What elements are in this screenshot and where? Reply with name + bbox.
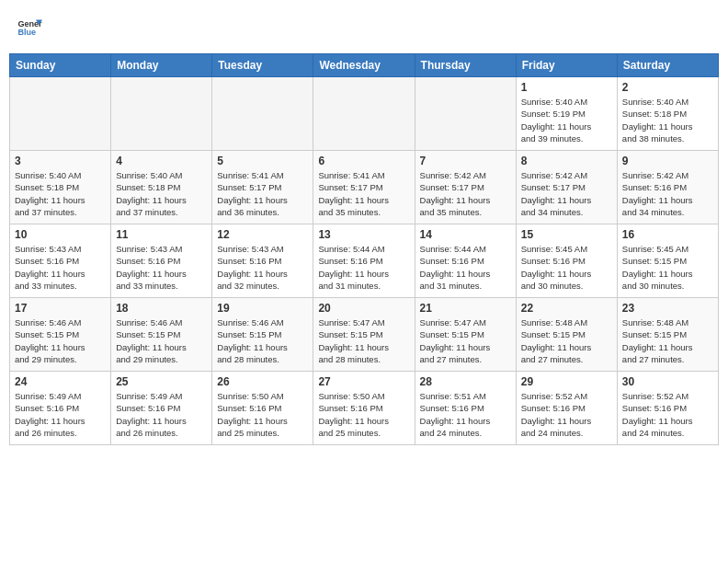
calendar-cell: 26Sunrise: 5:50 AM Sunset: 5:16 PM Dayli… xyxy=(212,372,313,445)
day-info: Sunrise: 5:47 AM Sunset: 5:15 PM Dayligh… xyxy=(318,316,409,365)
day-number: 25 xyxy=(116,375,207,388)
calendar-cell: 7Sunrise: 5:42 AM Sunset: 5:17 PM Daylig… xyxy=(415,151,516,224)
day-number: 27 xyxy=(318,375,409,388)
logo: General Blue xyxy=(17,15,42,40)
calendar-cell: 12Sunrise: 5:43 AM Sunset: 5:16 PM Dayli… xyxy=(212,224,313,298)
weekday-header-monday: Monday xyxy=(111,54,212,77)
day-info: Sunrise: 5:49 AM Sunset: 5:16 PM Dayligh… xyxy=(116,390,207,439)
day-number: 30 xyxy=(622,375,713,388)
day-info: Sunrise: 5:46 AM Sunset: 5:15 PM Dayligh… xyxy=(217,316,308,365)
calendar-week-1: 1Sunrise: 5:40 AM Sunset: 5:19 PM Daylig… xyxy=(10,77,719,151)
calendar-cell: 30Sunrise: 5:52 AM Sunset: 5:16 PM Dayli… xyxy=(617,372,718,445)
calendar-cell: 11Sunrise: 5:43 AM Sunset: 5:16 PM Dayli… xyxy=(111,224,212,298)
calendar-cell: 22Sunrise: 5:48 AM Sunset: 5:15 PM Dayli… xyxy=(516,298,617,372)
day-number: 26 xyxy=(217,375,308,388)
day-info: Sunrise: 5:49 AM Sunset: 5:16 PM Dayligh… xyxy=(15,390,106,439)
calendar-week-4: 17Sunrise: 5:46 AM Sunset: 5:15 PM Dayli… xyxy=(10,298,719,372)
day-number: 22 xyxy=(521,302,612,315)
calendar-cell: 28Sunrise: 5:51 AM Sunset: 5:16 PM Dayli… xyxy=(415,372,516,445)
calendar-cell: 24Sunrise: 5:49 AM Sunset: 5:16 PM Dayli… xyxy=(10,372,111,445)
day-info: Sunrise: 5:46 AM Sunset: 5:15 PM Dayligh… xyxy=(116,316,207,365)
day-info: Sunrise: 5:41 AM Sunset: 5:17 PM Dayligh… xyxy=(318,169,409,218)
day-info: Sunrise: 5:52 AM Sunset: 5:16 PM Dayligh… xyxy=(622,390,713,439)
day-number: 14 xyxy=(420,228,511,241)
calendar-cell xyxy=(313,77,415,151)
calendar-cell: 23Sunrise: 5:48 AM Sunset: 5:15 PM Dayli… xyxy=(617,298,718,372)
calendar-cell: 15Sunrise: 5:45 AM Sunset: 5:16 PM Dayli… xyxy=(516,224,617,298)
weekday-header-thursday: Thursday xyxy=(415,54,516,77)
day-info: Sunrise: 5:43 AM Sunset: 5:16 PM Dayligh… xyxy=(217,243,308,292)
day-number: 10 xyxy=(15,228,106,241)
weekday-header-sunday: Sunday xyxy=(10,54,111,77)
day-number: 1 xyxy=(521,81,612,94)
calendar-cell: 17Sunrise: 5:46 AM Sunset: 5:15 PM Dayli… xyxy=(10,298,111,372)
calendar-cell: 13Sunrise: 5:44 AM Sunset: 5:16 PM Dayli… xyxy=(313,224,415,298)
day-number: 8 xyxy=(521,155,612,167)
weekday-header-tuesday: Tuesday xyxy=(212,54,313,77)
day-number: 4 xyxy=(116,155,207,167)
calendar-cell: 20Sunrise: 5:47 AM Sunset: 5:15 PM Dayli… xyxy=(313,298,415,372)
calendar-cell: 18Sunrise: 5:46 AM Sunset: 5:15 PM Dayli… xyxy=(111,298,212,372)
day-number: 20 xyxy=(318,302,409,315)
svg-text:Blue: Blue xyxy=(17,28,36,37)
day-number: 6 xyxy=(318,155,409,167)
calendar-cell xyxy=(111,77,212,151)
day-info: Sunrise: 5:40 AM Sunset: 5:18 PM Dayligh… xyxy=(622,96,713,144)
day-info: Sunrise: 5:43 AM Sunset: 5:16 PM Dayligh… xyxy=(116,243,207,292)
day-number: 16 xyxy=(622,228,713,241)
day-number: 23 xyxy=(622,302,713,315)
day-number: 24 xyxy=(15,375,106,388)
day-info: Sunrise: 5:48 AM Sunset: 5:15 PM Dayligh… xyxy=(622,316,713,365)
day-info: Sunrise: 5:47 AM Sunset: 5:15 PM Dayligh… xyxy=(420,316,511,365)
day-info: Sunrise: 5:50 AM Sunset: 5:16 PM Dayligh… xyxy=(318,390,409,439)
calendar-table: SundayMondayTuesdayWednesdayThursdayFrid… xyxy=(9,53,719,445)
day-number: 5 xyxy=(217,155,308,167)
calendar-cell: 2Sunrise: 5:40 AM Sunset: 5:18 PM Daylig… xyxy=(617,77,718,151)
day-info: Sunrise: 5:42 AM Sunset: 5:17 PM Dayligh… xyxy=(521,169,612,218)
calendar-cell: 8Sunrise: 5:42 AM Sunset: 5:17 PM Daylig… xyxy=(516,151,617,224)
day-info: Sunrise: 5:45 AM Sunset: 5:16 PM Dayligh… xyxy=(521,243,612,292)
calendar-week-3: 10Sunrise: 5:43 AM Sunset: 5:16 PM Dayli… xyxy=(10,224,719,298)
day-number: 7 xyxy=(420,155,511,167)
page-header: General Blue xyxy=(9,9,719,46)
calendar-cell: 19Sunrise: 5:46 AM Sunset: 5:15 PM Dayli… xyxy=(212,298,313,372)
logo-icon: General Blue xyxy=(17,15,42,40)
day-number: 12 xyxy=(217,228,308,241)
calendar-cell: 5Sunrise: 5:41 AM Sunset: 5:17 PM Daylig… xyxy=(212,151,313,224)
day-info: Sunrise: 5:48 AM Sunset: 5:15 PM Dayligh… xyxy=(521,316,612,365)
day-number: 17 xyxy=(15,302,106,315)
day-info: Sunrise: 5:40 AM Sunset: 5:18 PM Dayligh… xyxy=(116,169,207,218)
calendar-cell: 16Sunrise: 5:45 AM Sunset: 5:15 PM Dayli… xyxy=(617,224,718,298)
day-info: Sunrise: 5:44 AM Sunset: 5:16 PM Dayligh… xyxy=(318,243,409,292)
calendar-cell: 27Sunrise: 5:50 AM Sunset: 5:16 PM Dayli… xyxy=(313,372,415,445)
calendar-cell: 21Sunrise: 5:47 AM Sunset: 5:15 PM Dayli… xyxy=(415,298,516,372)
weekday-header-wednesday: Wednesday xyxy=(313,54,415,77)
day-info: Sunrise: 5:51 AM Sunset: 5:16 PM Dayligh… xyxy=(420,390,511,439)
day-info: Sunrise: 5:40 AM Sunset: 5:18 PM Dayligh… xyxy=(15,169,106,218)
day-number: 2 xyxy=(622,81,713,94)
day-info: Sunrise: 5:50 AM Sunset: 5:16 PM Dayligh… xyxy=(217,390,308,439)
day-info: Sunrise: 5:41 AM Sunset: 5:17 PM Dayligh… xyxy=(217,169,308,218)
day-info: Sunrise: 5:42 AM Sunset: 5:16 PM Dayligh… xyxy=(622,169,713,218)
calendar-cell: 10Sunrise: 5:43 AM Sunset: 5:16 PM Dayli… xyxy=(10,224,111,298)
day-number: 9 xyxy=(622,155,713,167)
day-number: 29 xyxy=(521,375,612,388)
calendar-cell: 29Sunrise: 5:52 AM Sunset: 5:16 PM Dayli… xyxy=(516,372,617,445)
calendar-cell: 6Sunrise: 5:41 AM Sunset: 5:17 PM Daylig… xyxy=(313,151,415,224)
weekday-header-row: SundayMondayTuesdayWednesdayThursdayFrid… xyxy=(10,54,719,77)
calendar-cell: 1Sunrise: 5:40 AM Sunset: 5:19 PM Daylig… xyxy=(516,77,617,151)
day-info: Sunrise: 5:44 AM Sunset: 5:16 PM Dayligh… xyxy=(420,243,511,292)
day-number: 13 xyxy=(318,228,409,241)
day-number: 21 xyxy=(420,302,511,315)
day-info: Sunrise: 5:42 AM Sunset: 5:17 PM Dayligh… xyxy=(420,169,511,218)
day-info: Sunrise: 5:52 AM Sunset: 5:16 PM Dayligh… xyxy=(521,390,612,439)
day-number: 19 xyxy=(217,302,308,315)
day-info: Sunrise: 5:45 AM Sunset: 5:15 PM Dayligh… xyxy=(622,243,713,292)
calendar-cell xyxy=(212,77,313,151)
calendar-cell xyxy=(415,77,516,151)
weekday-header-friday: Friday xyxy=(516,54,617,77)
day-info: Sunrise: 5:43 AM Sunset: 5:16 PM Dayligh… xyxy=(15,243,106,292)
day-number: 11 xyxy=(116,228,207,241)
day-number: 28 xyxy=(420,375,511,388)
day-number: 3 xyxy=(15,155,106,167)
